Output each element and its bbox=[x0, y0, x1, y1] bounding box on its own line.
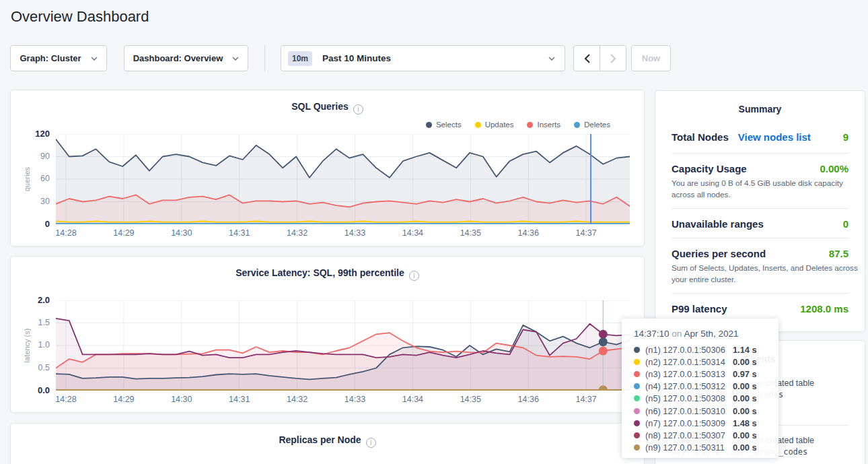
x-tick-label: 14:28 bbox=[46, 228, 86, 238]
series-color-dot bbox=[634, 371, 640, 377]
legend-item[interactable]: Deletes bbox=[574, 121, 610, 129]
tooltip-node-id: (n6) 127.0.0.1:50310 bbox=[645, 406, 729, 416]
next-time-button[interactable] bbox=[600, 46, 626, 71]
series-color-dot bbox=[634, 383, 640, 389]
chart-title: SQL Queriesi bbox=[11, 101, 644, 114]
series-color-dot bbox=[634, 432, 640, 438]
y-tick-label: 2.0 bbox=[17, 295, 50, 305]
info-icon[interactable]: i bbox=[353, 104, 363, 114]
series-color-dot bbox=[634, 359, 640, 365]
service-latency-chart[interactable] bbox=[56, 300, 630, 391]
tooltip-node-value: 0.00 s bbox=[733, 430, 757, 440]
tooltip-node-id: (n8) 127.0.0.1:50307 bbox=[645, 430, 729, 440]
qps-value: 87.5 bbox=[829, 248, 848, 259]
dashboard-dropdown-label: Dashboard: Overview bbox=[133, 53, 223, 63]
tooltip-node-id: (n2) 127.0.0.1:50314 bbox=[645, 357, 729, 367]
p99-latency-value: 1208.0 ms bbox=[800, 303, 848, 314]
tooltip-node-row: (n9) 127.0.0.1:503110.00 s bbox=[634, 442, 779, 454]
tooltip-node-value: 0.00 s bbox=[733, 381, 757, 391]
chart-title: Replicas per Nodei bbox=[11, 434, 644, 448]
summary-title: Summary bbox=[655, 104, 865, 114]
info-icon[interactable]: i bbox=[409, 271, 419, 281]
unavailable-ranges-value: 0 bbox=[843, 218, 848, 230]
dashboard-dropdown[interactable]: Dashboard: Overview bbox=[124, 45, 248, 71]
graph-dropdown[interactable]: Graph: Cluster bbox=[10, 45, 107, 71]
time-arrows bbox=[573, 45, 626, 71]
tooltip-timestamp: 14:37:10 on Apr 5th, 2021 bbox=[634, 329, 779, 339]
service-latency-panel: Service Latency: SQL, 99th percentilei l… bbox=[10, 256, 645, 413]
qps-label: Queries per second bbox=[672, 248, 766, 259]
x-tick-label: 14:32 bbox=[277, 228, 318, 238]
series-color-dot bbox=[634, 347, 640, 353]
summary-unavailable: Unavailable ranges 0 bbox=[672, 209, 848, 238]
x-tick-label: 14:31 bbox=[219, 395, 260, 404]
summary-capacity: Capacity Usage 0.00% You are using 0 B o… bbox=[672, 154, 848, 209]
sql-queries-chart[interactable] bbox=[56, 134, 630, 224]
tooltip-node-row: (n7) 127.0.0.1:503091.48 s bbox=[634, 417, 779, 429]
chevron-right-icon bbox=[610, 54, 616, 63]
summary-total-nodes: Total Nodes View nodes list 9 bbox=[672, 114, 848, 154]
tooltip-node-value: 1.14 s bbox=[733, 345, 757, 355]
y-tick-label: 1.5 bbox=[17, 318, 50, 327]
legend-item[interactable]: Updates bbox=[475, 121, 514, 129]
y-tick-label: 120 bbox=[17, 129, 50, 139]
series-color-dot bbox=[634, 395, 640, 401]
chart-title-text: Replicas per Node bbox=[279, 434, 361, 445]
tooltip-node-value: 0.00 s bbox=[733, 406, 757, 416]
legend-item[interactable]: Inserts bbox=[527, 121, 560, 129]
tooltip-node-id: (n4) 127.0.0.1:50312 bbox=[645, 381, 729, 391]
x-tick-label: 14:35 bbox=[450, 395, 491, 404]
chart-legend: SelectsUpdatesInsertsDeletes bbox=[426, 121, 610, 129]
x-tick-label: 14:33 bbox=[334, 395, 375, 404]
series-color-dot bbox=[634, 420, 640, 426]
chevron-down-icon bbox=[548, 57, 555, 61]
tooltip-node-value: 0.97 s bbox=[733, 369, 757, 379]
tooltip-node-row: (n3) 127.0.0.1:503130.97 s bbox=[634, 368, 779, 380]
chart-title: Service Latency: SQL, 99th percentilei bbox=[11, 267, 644, 281]
y-tick-label: 60 bbox=[17, 174, 50, 183]
y-tick-label: 0 bbox=[17, 219, 50, 229]
time-range-badge: 10m bbox=[288, 51, 312, 66]
now-button[interactable]: Now bbox=[631, 45, 671, 71]
chart-title-text: SQL Queries bbox=[291, 101, 349, 112]
x-tick-label: 14:36 bbox=[508, 395, 548, 404]
time-range-label: Past 10 Minutes bbox=[322, 53, 391, 63]
chevron-down-icon bbox=[232, 57, 239, 61]
capacity-desc: You are using 0 B of 4.5 GiB usable disk… bbox=[672, 177, 868, 200]
tooltip-node-id: (n9) 127.0.0.1:50311 bbox=[645, 442, 729, 453]
prev-time-button[interactable] bbox=[574, 46, 600, 71]
chart-title-text: Service Latency: SQL, 99th percentile bbox=[236, 267, 404, 278]
info-icon[interactable]: i bbox=[366, 438, 376, 448]
tooltip-node-id: (n7) 127.0.0.1:50309 bbox=[645, 418, 729, 428]
y-tick-label: 1.0 bbox=[17, 340, 50, 350]
sql-queries-panel: SQL Queriesi SelectsUpdatesInsertsDelete… bbox=[10, 90, 645, 246]
y-tick-label: 30 bbox=[17, 197, 50, 206]
page-title: Overview Dashboard bbox=[11, 8, 149, 26]
x-tick-label: 14:29 bbox=[104, 395, 144, 404]
x-tick-label: 14:34 bbox=[392, 228, 433, 238]
x-tick-label: 14:36 bbox=[508, 228, 548, 238]
series-color-dot bbox=[634, 444, 640, 451]
tooltip-node-value: 0.00 s bbox=[733, 393, 757, 403]
legend-dot bbox=[475, 122, 481, 128]
x-tick-label: 14:35 bbox=[450, 228, 491, 238]
tooltip-node-value: 0.00 s bbox=[733, 357, 757, 367]
x-tick-label: 14:30 bbox=[161, 228, 202, 238]
tooltip-node-row: (n6) 127.0.0.1:503100.00 s bbox=[634, 405, 779, 417]
view-nodes-list-link[interactable]: View nodes list bbox=[738, 131, 811, 143]
x-tick-label: 14:37 bbox=[566, 228, 606, 238]
capacity-value: 0.00% bbox=[820, 163, 848, 174]
x-tick-label: 14:31 bbox=[219, 228, 260, 238]
tooltip-node-row: (n1) 127.0.0.1:503061.14 s bbox=[634, 343, 779, 356]
chart-hover-tooltip: 14:37:10 on Apr 5th, 2021 (n1) 127.0.0.1… bbox=[622, 319, 779, 458]
legend-item[interactable]: Selects bbox=[426, 121, 462, 129]
unavailable-ranges-label: Unavailable ranges bbox=[672, 218, 764, 230]
tooltip-node-id: (n3) 127.0.0.1:50313 bbox=[645, 369, 729, 379]
divider bbox=[264, 45, 265, 71]
p99-latency-label: P99 latency bbox=[672, 303, 727, 314]
summary-panel: Summary Total Nodes View nodes list 9 Ca… bbox=[655, 90, 865, 332]
y-tick-label: 0.0 bbox=[17, 385, 50, 395]
tooltip-node-row: (n8) 127.0.0.1:503070.00 s bbox=[634, 429, 779, 441]
legend-dot bbox=[574, 122, 580, 128]
time-range-picker[interactable]: 10m Past 10 Minutes bbox=[281, 45, 565, 71]
